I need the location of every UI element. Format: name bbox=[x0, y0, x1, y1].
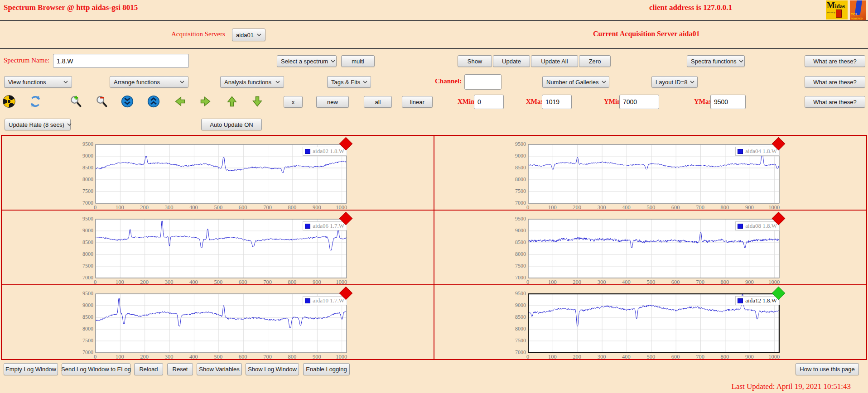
pan-down-icon[interactable] bbox=[251, 95, 264, 108]
reload-button[interactable]: Reload bbox=[134, 363, 163, 375]
what-are-these-button-2[interactable]: What are these? bbox=[805, 76, 865, 88]
y-tick-label: 7500 bbox=[73, 337, 93, 344]
show-log-window-button[interactable]: Show Log Window bbox=[246, 363, 299, 375]
chart-aida12: 7000750080008500900095000100200300400500… bbox=[506, 291, 783, 359]
y-tick-label: 7500 bbox=[506, 263, 526, 269]
view-functions-dropdown[interactable]: View functions bbox=[4, 76, 72, 88]
pan-right-icon[interactable] bbox=[199, 95, 212, 108]
update-all-button[interactable]: Update All bbox=[531, 55, 578, 67]
legend-aida12: aida12 1.8.W bbox=[735, 296, 780, 305]
spectrum-gallery: 7000750080008500900095000100200300400500… bbox=[1, 135, 867, 360]
multi-button[interactable]: multi bbox=[341, 55, 375, 67]
legend-aida10: aida10 1.7.W bbox=[303, 296, 347, 305]
zoom-out-icon[interactable] bbox=[95, 95, 108, 108]
client-address: client address is 127.0.0.1 bbox=[649, 3, 732, 12]
x-tick-label: 100 bbox=[111, 204, 129, 211]
zero-button[interactable]: Zero bbox=[579, 55, 611, 67]
spectrum-name-input[interactable] bbox=[53, 54, 189, 68]
select-spectrum-dropdown[interactable]: Select a spectrum bbox=[277, 55, 337, 67]
x-tick-label: 1000 bbox=[765, 279, 783, 286]
chevron-down-icon bbox=[67, 123, 72, 126]
x-tick-label: 500 bbox=[209, 354, 227, 360]
x-tick-label: 900 bbox=[740, 279, 758, 286]
spectrum-panel-aida12[interactable]: 7000750080008500900095000100200300400500… bbox=[434, 285, 866, 359]
expand-y-icon[interactable] bbox=[147, 95, 160, 108]
legend-label: aida06 1.7.W bbox=[313, 222, 344, 230]
x-tick-label: 0 bbox=[519, 354, 537, 360]
x-tick-label: 200 bbox=[568, 354, 586, 360]
footer-row: Empty Log Window Send Log Window to ELog… bbox=[0, 363, 868, 379]
spectrum-panel-aida10[interactable]: 7000750080008500900095000100200300400500… bbox=[2, 285, 434, 359]
all-button[interactable]: all bbox=[364, 96, 392, 108]
chevron-down-icon bbox=[739, 60, 743, 62]
x-tick-label: 700 bbox=[691, 354, 709, 360]
chevron-down-icon bbox=[275, 81, 280, 83]
midas-logo: Midas powered by bbox=[826, 0, 848, 19]
x-tick-label: 900 bbox=[308, 354, 326, 360]
spectra-functions-dropdown[interactable]: Spectra functions bbox=[687, 55, 745, 67]
x-tick-label: 600 bbox=[234, 279, 252, 286]
update-button[interactable]: Update bbox=[493, 55, 530, 67]
x-tick-label: 500 bbox=[642, 354, 660, 360]
y-tick-label: 9500 bbox=[73, 141, 93, 148]
refresh-icon[interactable] bbox=[29, 95, 42, 108]
spectrum-panel-aida08[interactable]: 7000750080008500900095000100200300400500… bbox=[434, 211, 866, 284]
zoom-in-icon[interactable] bbox=[69, 95, 82, 108]
acquisition-server-dropdown[interactable]: aida01 bbox=[232, 29, 265, 41]
spectrum-panel-aida04[interactable]: 7000750080008500900095000100200300400500… bbox=[434, 136, 866, 210]
spectrum-panel-aida06[interactable]: 7000750080008500900095000100200300400500… bbox=[2, 211, 434, 284]
x-tick-label: 300 bbox=[160, 204, 178, 211]
empty-log-window-button[interactable]: Empty Log Window bbox=[4, 363, 58, 375]
radiation-icon[interactable] bbox=[3, 95, 15, 108]
how-to-use-button[interactable]: How to use this page bbox=[796, 363, 859, 375]
reset-button[interactable]: Reset bbox=[167, 363, 193, 375]
pan-up-icon[interactable] bbox=[226, 95, 238, 108]
x-tick-label: 800 bbox=[283, 279, 301, 286]
channel-input[interactable] bbox=[464, 74, 502, 90]
x-tick-label: 300 bbox=[160, 354, 178, 360]
y-tick-label: 8000 bbox=[73, 326, 93, 332]
chart-aida04: 7000750080008500900095000100200300400500… bbox=[506, 141, 783, 209]
y-tick-label: 8000 bbox=[506, 326, 526, 332]
new-button[interactable]: new bbox=[316, 96, 349, 108]
auto-update-button[interactable]: Auto Update ON bbox=[201, 119, 262, 130]
ymin-input[interactable] bbox=[619, 95, 659, 109]
x-tick-label: 1000 bbox=[333, 279, 351, 286]
what-are-these-button-1[interactable]: What are these? bbox=[805, 55, 865, 67]
xmin-input[interactable] bbox=[474, 95, 504, 109]
update-rate-dropdown[interactable]: Update Rate (8 secs) bbox=[5, 119, 71, 130]
legend-label: aida12 1.8.W bbox=[745, 297, 777, 304]
layout-id-dropdown[interactable]: Layout ID=8 bbox=[651, 76, 698, 88]
collapse-y-icon[interactable] bbox=[121, 95, 134, 108]
enable-logging-button[interactable]: Enable Logging bbox=[303, 363, 350, 375]
x-tick-label: 400 bbox=[184, 279, 203, 286]
linear-button[interactable]: linear bbox=[402, 96, 433, 108]
x-tick-label: 500 bbox=[642, 204, 660, 211]
pan-left-icon[interactable] bbox=[174, 95, 186, 108]
ymin-label: YMin bbox=[604, 98, 621, 105]
xmax-input[interactable] bbox=[542, 95, 572, 109]
tags-fits-dropdown[interactable]: Tags & Fits bbox=[327, 76, 371, 88]
y-tick-label: 8000 bbox=[73, 176, 93, 183]
x-tick-label: 300 bbox=[593, 279, 611, 286]
y-tick-label: 8500 bbox=[73, 239, 93, 246]
chevron-down-icon bbox=[331, 60, 335, 62]
x-tick-label: 0 bbox=[86, 354, 104, 360]
spectrum-panel-aida02[interactable]: 7000750080008500900095000100200300400500… bbox=[2, 136, 434, 210]
x-tick-label: 1000 bbox=[333, 204, 351, 211]
show-variables-button[interactable]: Show Variables bbox=[197, 363, 242, 375]
legend-swatch bbox=[305, 224, 310, 229]
x-button[interactable]: x bbox=[284, 96, 303, 108]
ymax-input[interactable] bbox=[710, 95, 746, 109]
arrange-functions-dropdown[interactable]: Arrange functions bbox=[110, 76, 188, 88]
chevron-down-icon bbox=[363, 81, 367, 83]
what-are-these-button-3[interactable]: What are these? bbox=[805, 96, 865, 108]
send-log-to-elog-button[interactable]: Send Log Window to ELog bbox=[62, 363, 130, 375]
y-tick-label: 9500 bbox=[506, 216, 526, 222]
legend-swatch bbox=[738, 298, 743, 303]
number-of-galleries-dropdown[interactable]: Number of Galleries bbox=[542, 76, 609, 88]
show-button[interactable]: Show bbox=[458, 55, 492, 67]
x-tick-label: 100 bbox=[543, 354, 561, 360]
analysis-functions-dropdown[interactable]: Analysis functions bbox=[220, 76, 284, 88]
x-tick-label: 500 bbox=[642, 279, 660, 286]
